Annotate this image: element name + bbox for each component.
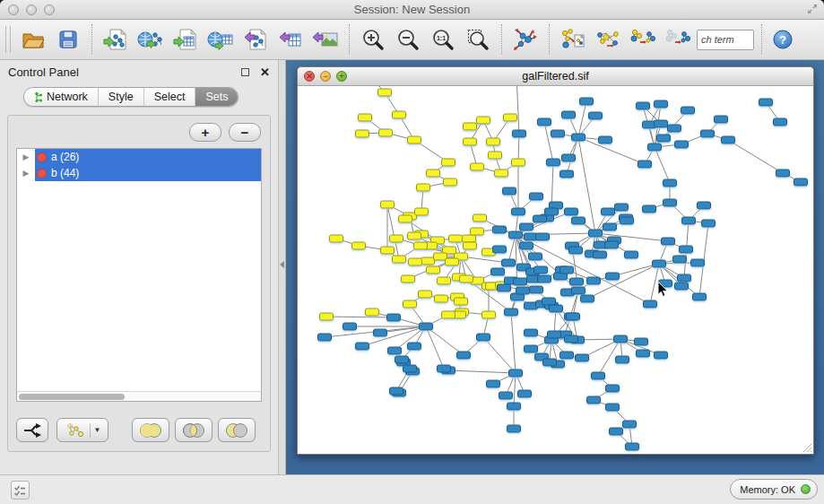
- graph-node[interactable]: [653, 260, 666, 267]
- graph-node[interactable]: [644, 300, 657, 308]
- graph-node[interactable]: [606, 273, 620, 280]
- zoom-selected-button[interactable]: [462, 23, 494, 56]
- graph-node[interactable]: [463, 235, 476, 242]
- graph-node[interactable]: [415, 208, 429, 215]
- graph-node[interactable]: [534, 266, 548, 274]
- graph-node[interactable]: [794, 178, 808, 186]
- graph-node[interactable]: [419, 291, 432, 298]
- graph-node[interactable]: [390, 387, 403, 395]
- graph-node[interactable]: [513, 130, 526, 137]
- graph-node[interactable]: [655, 120, 668, 127]
- panel-divider[interactable]: [279, 60, 286, 474]
- graph-node[interactable]: [487, 380, 500, 387]
- task-monitor-button[interactable]: [11, 481, 30, 500]
- zoom-actual-size-button[interactable]: 1:1: [427, 23, 459, 56]
- graph-node[interactable]: [525, 329, 538, 336]
- graph-node[interactable]: [681, 107, 695, 114]
- set-row[interactable]: ▶b (44): [17, 165, 261, 181]
- graph-node[interactable]: [543, 359, 557, 366]
- graph-node[interactable]: [399, 215, 412, 222]
- graph-node[interactable]: [682, 217, 696, 224]
- graph-node[interactable]: [587, 277, 601, 284]
- graph-node[interactable]: [580, 98, 594, 105]
- toolbar-drag-handle[interactable]: [5, 26, 11, 53]
- graph-node[interactable]: [572, 217, 585, 224]
- graph-node[interactable]: [387, 314, 401, 321]
- save-session-button[interactable]: [52, 23, 84, 56]
- help-button[interactable]: ?: [769, 23, 796, 56]
- graph-node[interactable]: [664, 179, 677, 187]
- graph-node[interactable]: [606, 385, 620, 392]
- graph-node[interactable]: [599, 136, 612, 143]
- graph-node[interactable]: [657, 135, 671, 142]
- graph-node[interactable]: [626, 443, 639, 450]
- graph-node[interactable]: [403, 300, 417, 308]
- resize-grip-icon[interactable]: [801, 441, 812, 453]
- graph-node[interactable]: [614, 335, 628, 343]
- graph-node[interactable]: [655, 352, 668, 359]
- graph-node[interactable]: [512, 208, 525, 215]
- graph-node[interactable]: [616, 356, 629, 363]
- graph-node[interactable]: [570, 278, 584, 285]
- graph-node[interactable]: [533, 215, 547, 222]
- graph-node[interactable]: [379, 129, 393, 136]
- disclosure-triangle-icon[interactable]: ▶: [17, 169, 35, 178]
- graph-node[interactable]: [409, 258, 422, 265]
- graph-node[interactable]: [530, 286, 543, 293]
- graph-node[interactable]: [525, 345, 538, 352]
- graph-node[interactable]: [547, 159, 560, 166]
- graph-node[interactable]: [499, 392, 513, 399]
- graph-node[interactable]: [446, 258, 459, 265]
- scrollbar-thumb[interactable]: [19, 394, 125, 400]
- graph-node[interactable]: [374, 329, 387, 336]
- memory-status-button[interactable]: Memory: OK: [730, 479, 818, 500]
- graph-node[interactable]: [381, 247, 395, 254]
- export-table-button[interactable]: [274, 23, 307, 56]
- graph-node[interactable]: [572, 287, 585, 294]
- graph-node[interactable]: [420, 323, 433, 330]
- tab-network[interactable]: Network: [24, 88, 98, 106]
- graph-node[interactable]: [567, 313, 580, 320]
- graph-node[interactable]: [538, 118, 551, 126]
- split-sets-button[interactable]: [16, 418, 48, 442]
- graph-node[interactable]: [477, 117, 490, 124]
- graph-node[interactable]: [509, 369, 523, 377]
- set-union-button[interactable]: [132, 418, 169, 442]
- apply-layout-button[interactable]: [509, 23, 542, 56]
- graph-node[interactable]: [562, 111, 576, 118]
- graph-node[interactable]: [610, 428, 623, 435]
- graph-node[interactable]: [442, 159, 455, 166]
- graph-node[interactable]: [620, 217, 634, 224]
- graph-node[interactable]: [464, 242, 477, 249]
- graph-node[interactable]: [565, 335, 578, 343]
- graph-node[interactable]: [507, 425, 521, 432]
- graph-node[interactable]: [460, 275, 473, 282]
- graph-node[interactable]: [330, 235, 343, 242]
- graph-node[interactable]: [648, 143, 662, 151]
- graph-node[interactable]: [482, 311, 496, 318]
- graph-node[interactable]: [378, 89, 392, 96]
- graph-node[interactable]: [320, 313, 334, 320]
- float-panel-icon[interactable]: [241, 68, 249, 76]
- graph-node[interactable]: [637, 350, 650, 357]
- zoom-in-button[interactable]: [357, 23, 389, 56]
- graph-node[interactable]: [493, 226, 507, 233]
- graph-node[interactable]: [516, 287, 530, 294]
- graph-node[interactable]: [408, 343, 421, 350]
- import-network-file-button[interactable]: [100, 23, 132, 56]
- graph-node[interactable]: [489, 152, 502, 159]
- graph-node[interactable]: [587, 396, 601, 404]
- graph-node[interactable]: [675, 141, 689, 148]
- graph-node[interactable]: [715, 116, 728, 123]
- graph-node[interactable]: [366, 308, 379, 316]
- graph-node[interactable]: [560, 170, 574, 178]
- graph-node[interactable]: [538, 275, 551, 282]
- open-session-button[interactable]: [17, 23, 49, 56]
- graph-node[interactable]: [548, 331, 561, 338]
- graph-node[interactable]: [625, 251, 638, 258]
- graph-node[interactable]: [589, 230, 603, 237]
- graph-node[interactable]: [438, 365, 451, 372]
- graph-node[interactable]: [403, 365, 417, 372]
- import-table-url-button[interactable]: [204, 23, 237, 56]
- first-neighbors-button[interactable]: [592, 23, 624, 56]
